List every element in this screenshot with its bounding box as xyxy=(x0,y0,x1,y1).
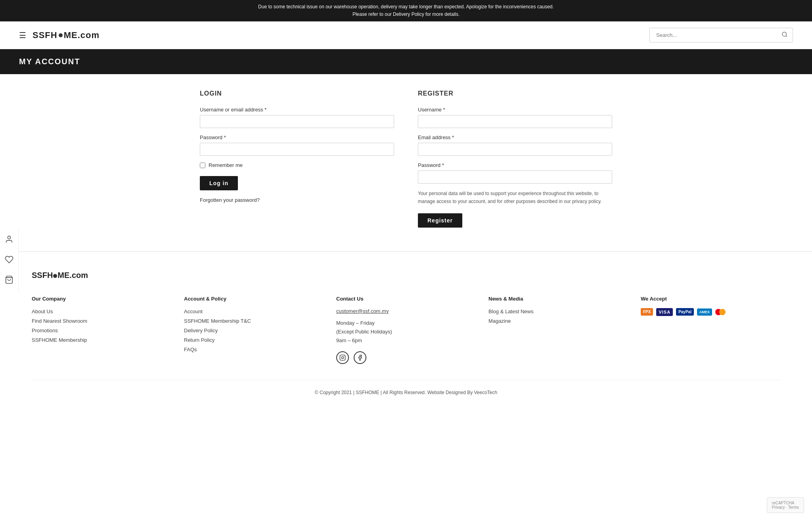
list-item: Delivery Policy xyxy=(184,327,324,333)
forgot-password-link[interactable]: Forgotten your password? xyxy=(200,197,260,203)
banner-line1: Due to some technical issue on our wareh… xyxy=(6,3,806,11)
about-us-link[interactable]: About Us xyxy=(32,308,53,314)
site-logo[interactable]: SSFHME.com xyxy=(33,30,100,40)
reg-email-input[interactable] xyxy=(418,143,612,156)
list-item: SSFHOME Membership T&C xyxy=(184,318,324,324)
account-policy-links: Account SSFHOME Membership T&C Delivery … xyxy=(184,308,324,352)
header: ☰ SSFHME.com xyxy=(0,21,812,49)
hamburger-menu[interactable]: ☰ xyxy=(19,31,26,40)
logo-text-2: ME.com xyxy=(64,30,100,40)
sidebar-wishlist-icon[interactable] xyxy=(5,255,13,266)
sidebar-icons xyxy=(0,229,19,293)
footer-columns: Our Company About Us Find Nearest Showro… xyxy=(32,296,780,364)
footer-copyright: © Copyright 2021 | SSFHOME | All Rights … xyxy=(32,380,780,395)
account-policy-heading: Account & Policy xyxy=(184,296,324,302)
blog-link[interactable]: Blog & Latest News xyxy=(488,308,533,314)
password-input[interactable] xyxy=(200,143,394,156)
register-button[interactable]: Register xyxy=(418,213,462,228)
membership-tc-link[interactable]: SSFHOME Membership T&C xyxy=(184,318,251,324)
hours-line3: 9am – 6pm xyxy=(336,336,476,345)
password-group: Password * xyxy=(200,134,394,156)
list-item: Magazine xyxy=(488,318,628,324)
header-left: ☰ SSFHME.com xyxy=(19,30,100,40)
social-icons xyxy=(336,351,476,364)
login-button[interactable]: Log in xyxy=(200,176,238,190)
username-label: Username or email address * xyxy=(200,107,394,113)
svg-point-0 xyxy=(782,32,787,36)
list-item: Return Policy xyxy=(184,337,324,343)
reg-username-label: Username * xyxy=(418,107,612,113)
membership-link[interactable]: SSFHOME Membership xyxy=(32,337,87,343)
svg-point-2 xyxy=(8,236,10,239)
news-media-links: Blog & Latest News Magazine xyxy=(488,308,628,324)
svg-point-5 xyxy=(341,356,343,358)
footer-logo[interactable]: SSFHME.com xyxy=(32,271,780,280)
footer: SSFHME.com Our Company About Us Find Nea… xyxy=(0,252,812,408)
hours-line2: (Except Public Holidays) xyxy=(336,328,476,336)
svg-rect-4 xyxy=(340,355,345,360)
mastercard-icon xyxy=(715,309,726,315)
remember-me-group: Remember me xyxy=(200,162,394,168)
our-company-heading: Our Company xyxy=(32,296,171,302)
reg-username-input[interactable] xyxy=(418,115,612,128)
remember-checkbox[interactable] xyxy=(200,163,205,168)
search-button[interactable] xyxy=(777,28,793,42)
list-item: SSFHOME Membership xyxy=(32,337,171,343)
promotions-link[interactable]: Promotions xyxy=(32,328,58,333)
facebook-icon[interactable] xyxy=(354,351,366,364)
main-content: LOGIN Username or email address * Passwo… xyxy=(168,74,644,251)
list-item: Blog & Latest News xyxy=(488,308,628,314)
footer-logo-text1: SSFH xyxy=(32,271,53,280)
banner-line2: Please refer to our Delivery Policy for … xyxy=(6,11,806,18)
find-showroom-link[interactable]: Find Nearest Showroom xyxy=(32,318,87,324)
remember-label[interactable]: Remember me xyxy=(209,162,243,168)
register-heading: REGISTER xyxy=(418,90,612,97)
page-title-bar: MY ACCOUNT xyxy=(0,49,812,74)
magazine-link[interactable]: Magazine xyxy=(488,318,511,324)
reg-email-group: Email address * xyxy=(418,134,612,156)
contact-email[interactable]: customer@ssf.com.my xyxy=(336,308,476,314)
footer-col-news: News & Media Blog & Latest News Magazine xyxy=(488,296,628,364)
footer-col-account-policy: Account & Policy Account SSFHOME Members… xyxy=(184,296,324,364)
return-policy-link[interactable]: Return Policy xyxy=(184,337,214,343)
top-banner: Due to some technical issue on our wareh… xyxy=(0,0,812,21)
visa-badge: VISA xyxy=(656,308,673,316)
amex-badge: AMEX xyxy=(697,308,712,316)
reg-password-label: Password * xyxy=(418,162,612,168)
list-item: FAQs xyxy=(184,346,324,352)
delivery-policy-link[interactable]: Delivery Policy xyxy=(184,328,218,333)
faqs-link[interactable]: FAQs xyxy=(184,347,197,352)
reg-password-input[interactable] xyxy=(418,170,612,184)
reg-email-label: Email address * xyxy=(418,134,612,140)
mc-right xyxy=(719,309,726,315)
list-item: About Us xyxy=(32,308,171,314)
we-accept-heading: We Accept xyxy=(641,296,780,302)
account-link[interactable]: Account xyxy=(184,308,203,314)
login-heading: LOGIN xyxy=(200,90,394,97)
search-input[interactable] xyxy=(650,29,777,41)
contact-hours: Monday – Friday (Except Public Holidays)… xyxy=(336,319,476,345)
logo-text-1: SSFH xyxy=(33,30,57,40)
list-item: Find Nearest Showroom xyxy=(32,318,171,324)
register-section: REGISTER Username * Email address * Pass… xyxy=(418,90,612,227)
news-media-heading: News & Media xyxy=(488,296,628,302)
page-title: MY ACCOUNT xyxy=(19,57,793,66)
contact-us-heading: Contact Us xyxy=(336,296,476,302)
paypal-badge: PayPal xyxy=(676,308,694,316)
payment-icons: FPX VISA PayPal AMEX xyxy=(641,308,780,316)
username-input[interactable] xyxy=(200,115,394,128)
list-item: Promotions xyxy=(32,327,171,333)
footer-logo-text2: ME.com xyxy=(57,271,88,280)
instagram-icon[interactable] xyxy=(336,351,349,364)
hours-line1: Monday – Friday xyxy=(336,319,476,328)
sidebar-cart-icon[interactable] xyxy=(5,276,13,286)
svg-point-6 xyxy=(344,356,344,356)
password-label: Password * xyxy=(200,134,394,140)
login-section: LOGIN Username or email address * Passwo… xyxy=(200,90,394,227)
form-grid: LOGIN Username or email address * Passwo… xyxy=(200,90,612,227)
footer-col-payment: We Accept FPX VISA PayPal AMEX xyxy=(641,296,780,364)
our-company-links: About Us Find Nearest Showroom Promotion… xyxy=(32,308,171,343)
logo-dot xyxy=(59,33,63,37)
privacy-text: Your personal data will be used to suppo… xyxy=(418,190,612,205)
sidebar-user-icon[interactable] xyxy=(5,235,13,246)
